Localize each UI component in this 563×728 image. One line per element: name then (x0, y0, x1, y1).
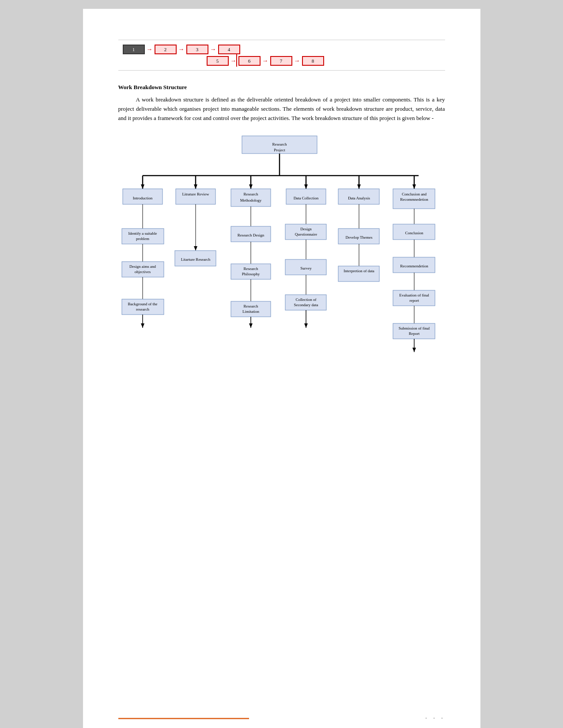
wbs-body: A work breakdown structure is defined as… (118, 95, 445, 123)
col1-child2: Design aims and (129, 264, 156, 269)
col2-arrow (194, 184, 197, 189)
col3-header1: Research (243, 192, 258, 196)
col1-child2b: objectives (134, 270, 151, 274)
col4-child3a: Collection of (295, 297, 316, 302)
col3-child2: Research (243, 266, 258, 271)
col1-bottom-arrow (141, 323, 144, 328)
col6-header2: Recommnedetion (400, 197, 428, 202)
col3-child3b: Limitation (242, 309, 259, 314)
wbs-svg: Research Project Introduction Identify a… (118, 131, 445, 396)
col4-child1b: Questionnaire (295, 232, 317, 236)
col6-bottom-arrow (412, 348, 416, 352)
gantt-connector (236, 54, 237, 67)
page: 1 → 2 → 3 → 4 5 → 6 → 7 → 8 Work Breakdo… (83, 9, 480, 728)
col3-child2b: Philosophy (242, 272, 260, 276)
gantt-box-1: 1 (123, 45, 145, 54)
wbs-paragraph: A work breakdown structure is defined as… (118, 95, 445, 123)
gantt-box-6: 6 (238, 56, 261, 66)
gantt-area: 1 → 2 → 3 → 4 5 → 6 → 7 → 8 (118, 40, 445, 71)
col4-child2: Survey (300, 266, 312, 270)
col5-child1: Develop Themes (345, 235, 373, 240)
col4-child1a: Design (300, 227, 312, 231)
col4-bottom-arrow (304, 323, 308, 328)
arrow-7: → (294, 57, 300, 64)
col3-bottom-arrow (249, 323, 253, 328)
col1-child3b: research (136, 307, 149, 311)
col6-child2: Recommendetion (400, 264, 428, 268)
wbs-section: Work Breakdown Structure A work breakdow… (118, 84, 445, 123)
col5-arrow (357, 184, 361, 189)
col3-child1: Research Design (237, 233, 264, 237)
wbs-diagram: Research Project Introduction Identify a… (118, 131, 445, 396)
gantt-box-8: 8 (302, 56, 324, 66)
gantt-box-4: 4 (218, 45, 240, 54)
col4-arrow (304, 184, 308, 189)
gantt-box-2: 2 (155, 45, 177, 54)
col2-child1: Litarture Research (181, 257, 210, 262)
bottom-dots: · · · (425, 713, 445, 724)
bottom-bar (118, 718, 249, 719)
gantt-row-2: 5 → 6 → 7 → 8 (207, 56, 445, 66)
col3-header-box (231, 189, 271, 206)
arrow-1: → (147, 46, 153, 53)
arrow-3: → (210, 46, 216, 53)
col2-header-box (176, 189, 215, 204)
col1-header: Introduction (132, 196, 152, 200)
arrow-5: → (230, 57, 237, 64)
col6-child3a: Evaluation of final (399, 293, 429, 297)
col3-header2: Methodology (240, 198, 261, 203)
col1-child3: Background of the (128, 302, 157, 306)
wbs-title: Work Breakdown Structure (118, 84, 445, 91)
root-label2: Project (274, 148, 285, 152)
gantt-row-1: 1 → 2 → 3 → 4 (123, 45, 445, 54)
col6-child4a: Submission of final (398, 326, 430, 330)
col1-child1: Identify a suitable (128, 231, 157, 236)
col4-child3b: Secondary data (294, 303, 318, 307)
col6-child3b: report (409, 298, 419, 303)
gantt-box-3: 3 (186, 45, 208, 54)
root-label: Research (272, 142, 287, 146)
col6-child4b: Report (408, 331, 419, 336)
gantt-box-5: 5 (207, 56, 229, 66)
gantt-rows: 1 → 2 → 3 → 4 5 → 6 → 7 → 8 (118, 45, 445, 66)
col1-arrow (141, 184, 144, 189)
col1-child1b: problem (136, 236, 149, 241)
col2-child-arrow (194, 246, 197, 251)
col2-header: Litrature Review (182, 192, 209, 196)
arrow-2: → (178, 46, 185, 53)
col5-child2a: Interpretion of data (344, 269, 374, 273)
col5-header: Data Analysis (348, 196, 370, 200)
col6-child1: Conclusion (405, 231, 423, 235)
gantt-box-7: 7 (270, 56, 292, 66)
arrow-6: → (262, 57, 268, 64)
col3-child3: Research (243, 304, 258, 308)
col6-header1: Conclusion and (401, 192, 427, 196)
col4-header: Data Collection (293, 196, 318, 200)
col3-arrow (249, 184, 253, 189)
col6-arrow (412, 184, 416, 189)
